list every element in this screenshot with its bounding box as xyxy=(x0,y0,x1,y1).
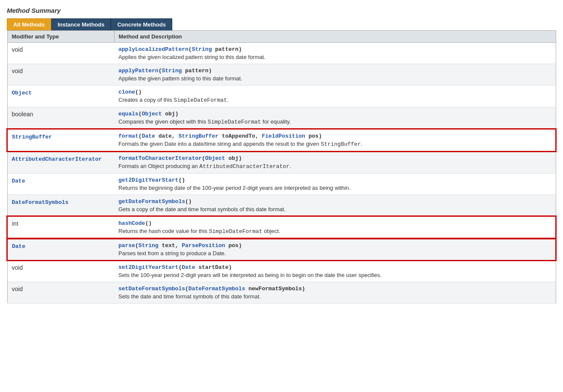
type-link[interactable]: AttributedCharacterIterator xyxy=(12,156,102,162)
method-type-cell: AttributedCharacterIterator xyxy=(7,151,114,174)
method-signature: equals(Object obj) xyxy=(118,111,551,117)
method-signature: get2DigitYearStart() xyxy=(118,177,551,183)
method-description: Compares the given object with this Simp… xyxy=(118,118,551,125)
method-type-cell: boolean xyxy=(7,107,114,130)
col-header-modifier: Modifier and Type xyxy=(7,31,114,43)
method-type-cell: StringBuffer xyxy=(7,129,114,151)
method-type-cell: void xyxy=(7,260,114,282)
method-signature: applyLocalizedPattern(String pattern) xyxy=(118,46,551,53)
type-link[interactable]: Object xyxy=(12,90,32,96)
method-type-cell: Date xyxy=(7,239,114,260)
method-signature: hashCode() xyxy=(118,220,551,227)
method-desc-cell: clone()Creates a copy of this SimpleDate… xyxy=(114,85,556,107)
table-row: Dateparse(String text, ParsePosition pos… xyxy=(7,239,556,260)
type-link[interactable]: DateFormatSymbols xyxy=(12,199,69,206)
method-desc-cell: getDateFormatSymbols()Gets a copy of the… xyxy=(114,195,556,217)
method-type-cell: Object xyxy=(7,85,114,107)
method-signature: applyPattern(String pattern) xyxy=(118,68,551,74)
method-description: Sets the 100-year period 2-digit years w… xyxy=(118,272,551,278)
table-row: AttributedCharacterIteratorformatToChara… xyxy=(7,151,556,174)
method-signature: setDateFormatSymbols(DateFormatSymbols n… xyxy=(118,286,551,292)
table-row: voidapplyPattern(String pattern)Applies … xyxy=(7,64,556,85)
method-desc-cell: format(Date date, StringBuffer toAppendT… xyxy=(114,129,556,151)
method-signature: clone() xyxy=(118,89,551,95)
method-signature: getDateFormatSymbols() xyxy=(118,198,551,205)
method-description: Creates a copy of this SimpleDateFormat. xyxy=(118,97,551,103)
method-desc-cell: applyLocalizedPattern(String pattern)App… xyxy=(114,43,556,64)
method-description: Returns the beginning date of the 100-ye… xyxy=(118,185,551,191)
method-description: Formats an Object producing an Attribute… xyxy=(118,163,551,170)
method-description: Applies the given localized pattern stri… xyxy=(118,54,551,60)
tab-instance-methods[interactable]: Instance Methods xyxy=(51,18,111,30)
table-row: StringBufferformat(Date date, StringBuff… xyxy=(7,129,556,151)
method-description: Returns the hash code value for this Sim… xyxy=(118,228,551,235)
method-desc-cell: formatToCharacterIterator(Object obj)For… xyxy=(114,151,556,174)
method-signature: formatToCharacterIterator(Object obj) xyxy=(118,155,551,162)
tab-concrete-methods[interactable]: Concrete Methods xyxy=(111,18,172,30)
type-link[interactable]: StringBuffer xyxy=(12,134,52,140)
method-type-cell: DateFormatSymbols xyxy=(7,195,114,217)
tab-all-methods[interactable]: All Methods xyxy=(7,18,51,30)
table-row: Dateget2DigitYearStart()Returns the begi… xyxy=(7,174,556,195)
method-desc-cell: get2DigitYearStart()Returns the beginnin… xyxy=(114,174,556,195)
method-description: Gets a copy of the date and time format … xyxy=(118,206,551,212)
method-description: Parses text from a string to produce a D… xyxy=(118,250,551,256)
table-row: voidapplyLocalizedPattern(String pattern… xyxy=(7,43,556,64)
method-description: Formats the given Date into a date/time … xyxy=(118,141,551,147)
method-type-cell: int xyxy=(7,216,114,239)
table-row: Objectclone()Creates a copy of this Simp… xyxy=(7,85,556,107)
type-link[interactable]: Date xyxy=(12,178,25,184)
table-row: booleanequals(Object obj)Compares the gi… xyxy=(7,107,556,130)
method-description: Applies the given pattern string to this… xyxy=(118,75,551,82)
section-title: Method Summary xyxy=(7,7,556,14)
method-table: Modifier and Type Method and Description… xyxy=(7,30,556,304)
type-link[interactable]: Date xyxy=(12,243,25,250)
method-type-cell: void xyxy=(7,282,114,304)
table-row: DateFormatSymbolsgetDateFormatSymbols()G… xyxy=(7,195,556,217)
method-signature: parse(String text, ParsePosition pos) xyxy=(118,242,551,249)
method-desc-cell: hashCode()Returns the hash code value fo… xyxy=(114,216,556,239)
method-signature: set2DigitYearStart(Date startDate) xyxy=(118,264,551,271)
method-signature: format(Date date, StringBuffer toAppendT… xyxy=(118,133,551,139)
method-type-cell: void xyxy=(7,43,114,64)
table-row: inthashCode()Returns the hash code value… xyxy=(7,216,556,239)
table-row: voidsetDateFormatSymbols(DateFormatSymbo… xyxy=(7,282,556,304)
col-header-method: Method and Description xyxy=(114,31,556,43)
method-desc-cell: equals(Object obj)Compares the given obj… xyxy=(114,107,556,130)
method-type-cell: Date xyxy=(7,174,114,195)
method-desc-cell: applyPattern(String pattern)Applies the … xyxy=(114,64,556,85)
method-desc-cell: setDateFormatSymbols(DateFormatSymbols n… xyxy=(114,282,556,304)
method-description: Sets the date and time format symbols of… xyxy=(118,293,551,300)
method-desc-cell: set2DigitYearStart(Date startDate)Sets t… xyxy=(114,260,556,282)
method-type-cell: void xyxy=(7,64,114,85)
method-desc-cell: parse(String text, ParsePosition pos)Par… xyxy=(114,239,556,260)
table-row: voidset2DigitYearStart(Date startDate)Se… xyxy=(7,260,556,282)
tab-bar: All Methods Instance Methods Concrete Me… xyxy=(7,18,556,30)
